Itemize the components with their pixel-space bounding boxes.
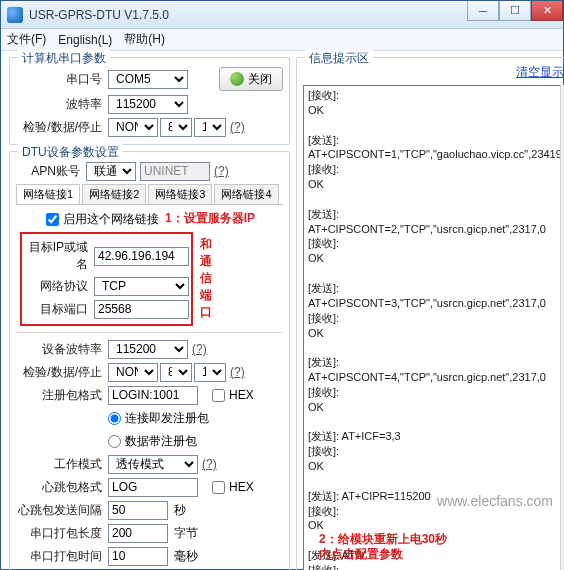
help-link[interactable]: (?) bbox=[230, 120, 245, 134]
enable-net-label: 启用这个网络链接 bbox=[63, 211, 159, 228]
minimize-button[interactable]: ─ bbox=[467, 1, 499, 21]
hex-checkbox2[interactable] bbox=[212, 481, 225, 494]
len-label: 串口打包长度 bbox=[16, 525, 108, 542]
port-label: 目标端口 bbox=[24, 301, 94, 318]
proto-label: 网络协议 bbox=[24, 278, 94, 295]
parity-select[interactable]: NONE bbox=[108, 118, 158, 137]
reg-input[interactable] bbox=[108, 386, 198, 405]
tab-net3[interactable]: 网络链接3 bbox=[148, 184, 212, 204]
radio-data[interactable] bbox=[108, 435, 121, 448]
serial-group: 计算机串口参数 串口号 COM5 关闭 波特率 115200 检验/数据/停止 bbox=[9, 57, 290, 145]
tab-net1[interactable]: 网络链接1 bbox=[16, 184, 80, 204]
menu-english[interactable]: English(L) bbox=[58, 33, 112, 47]
baud-select[interactable]: 115200 bbox=[108, 95, 188, 114]
proto-select[interactable]: TCP bbox=[94, 277, 189, 296]
dev-baud-select[interactable]: 115200 bbox=[108, 340, 188, 359]
heart-label: 心跳包格式 bbox=[16, 479, 108, 496]
app-icon bbox=[7, 7, 23, 23]
ip-label: 目标IP或域名 bbox=[24, 239, 94, 273]
dev-parity-select[interactable]: NONE bbox=[108, 363, 158, 382]
radio-connect-label: 连接即发注册包 bbox=[125, 410, 209, 427]
watermark: www.elecfans.com bbox=[437, 493, 553, 509]
close-label: 关闭 bbox=[248, 71, 272, 88]
menubar: 文件(F) English(L) 帮助(H) bbox=[1, 29, 563, 51]
dtu-group: DTU设备参数设置 APN账号 联通 (?) 网络链接1 网络链接2 网络链接3… bbox=[9, 151, 290, 570]
enable-net-checkbox[interactable] bbox=[46, 213, 59, 226]
heartbeat-interval-input[interactable] bbox=[108, 501, 168, 520]
menu-file[interactable]: 文件(F) bbox=[7, 31, 46, 48]
mode-select[interactable]: 透传模式 bbox=[108, 455, 198, 474]
radio-data-label: 数据带注册包 bbox=[125, 433, 197, 450]
titlebar[interactable]: USR-GPRS-DTU V1.7.5.0 ─ ☐ ✕ bbox=[1, 1, 563, 29]
packet-time-input[interactable] bbox=[108, 547, 168, 566]
info-legend: 信息提示区 bbox=[305, 50, 373, 67]
apn-op-select[interactable]: 联通 bbox=[86, 162, 136, 181]
check-icon bbox=[230, 72, 244, 86]
apn-label: APN账号 bbox=[16, 163, 86, 180]
clear-link[interactable]: 清空显示区 bbox=[516, 64, 564, 81]
help-link[interactable]: (?) bbox=[230, 365, 245, 379]
window-title: USR-GPRS-DTU V1.7.5.0 bbox=[29, 8, 169, 22]
help-link[interactable]: (?) bbox=[202, 457, 217, 471]
hex-checkbox[interactable] bbox=[212, 389, 225, 402]
port-input[interactable] bbox=[94, 300, 189, 319]
heart-input[interactable] bbox=[108, 478, 198, 497]
baud-label: 波特率 bbox=[16, 96, 108, 113]
serial-legend: 计算机串口参数 bbox=[18, 50, 110, 67]
anno1: 1：设置服务器IP bbox=[165, 210, 255, 227]
hint-label: 心跳包发送间隔 bbox=[16, 502, 108, 519]
reg-label: 注册包格式 bbox=[16, 387, 108, 404]
pkt-label: 串口打包时间 bbox=[16, 548, 108, 565]
check-label: 检验/数据/停止 bbox=[16, 119, 108, 136]
apn-input[interactable] bbox=[140, 162, 210, 181]
scrollbar[interactable] bbox=[560, 85, 564, 570]
tab-net2[interactable]: 网络链接2 bbox=[82, 184, 146, 204]
anno1b: 和通信端口 bbox=[200, 236, 212, 321]
packet-len-input[interactable] bbox=[108, 524, 168, 543]
mode-label: 工作模式 bbox=[16, 456, 108, 473]
anno2: 2：给模块重新上电30秒 内点击配置参数 bbox=[319, 532, 447, 563]
radio-connect[interactable] bbox=[108, 412, 121, 425]
port-select[interactable]: COM5 bbox=[108, 70, 188, 89]
dtu-legend: DTU设备参数设置 bbox=[18, 144, 123, 161]
dev-stop-select[interactable]: 1 bbox=[194, 363, 226, 382]
ip-input[interactable] bbox=[94, 247, 189, 266]
close-serial-button[interactable]: 关闭 bbox=[219, 67, 283, 91]
maximize-button[interactable]: ☐ bbox=[499, 1, 531, 21]
network-tabs: 网络链接1 网络链接2 网络链接3 网络链接4 bbox=[16, 184, 283, 205]
help-link[interactable]: (?) bbox=[214, 164, 229, 178]
databits-select[interactable]: 8 bbox=[160, 118, 192, 137]
menu-help[interactable]: 帮助(H) bbox=[124, 31, 165, 48]
dev-check-label: 检验/数据/停止 bbox=[16, 364, 108, 381]
port-label: 串口号 bbox=[16, 71, 108, 88]
help-link[interactable]: (?) bbox=[192, 342, 207, 356]
tab-net4[interactable]: 网络链接4 bbox=[214, 184, 278, 204]
close-button[interactable]: ✕ bbox=[531, 1, 563, 21]
dev-baud-label: 设备波特率 bbox=[16, 341, 108, 358]
dev-data-select[interactable]: 8 bbox=[160, 363, 192, 382]
stopbits-select[interactable]: 1 bbox=[194, 118, 226, 137]
